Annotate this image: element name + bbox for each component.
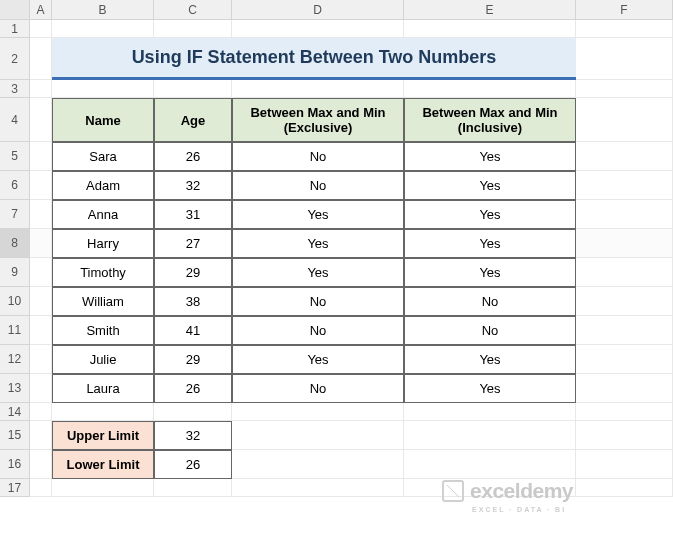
cell-d14[interactable] <box>232 403 404 421</box>
cell-e1[interactable] <box>404 20 576 38</box>
row-header-9[interactable]: 9 <box>0 258 30 287</box>
select-all-corner[interactable] <box>0 0 30 19</box>
cell-a2[interactable] <box>30 38 52 80</box>
cell-inclusive[interactable]: Yes <box>404 374 576 403</box>
cell-age[interactable]: 38 <box>154 287 232 316</box>
table-header-exclusive[interactable]: Between Max and Min (Exclusive) <box>232 98 404 142</box>
cell-f8[interactable] <box>576 229 673 258</box>
cell-a16[interactable] <box>30 450 52 479</box>
cell-b3[interactable] <box>52 80 154 98</box>
upper-limit-label[interactable]: Upper Limit <box>52 421 154 450</box>
cell-f12[interactable] <box>576 345 673 374</box>
cell-age[interactable]: 32 <box>154 171 232 200</box>
cell-a9[interactable] <box>30 258 52 287</box>
cell-inclusive[interactable]: Yes <box>404 229 576 258</box>
cell-name[interactable]: Sara <box>52 142 154 171</box>
table-header-age[interactable]: Age <box>154 98 232 142</box>
cell-inclusive[interactable]: Yes <box>404 171 576 200</box>
cell-f4[interactable] <box>576 98 673 142</box>
cell-name[interactable]: Anna <box>52 200 154 229</box>
cell-e16[interactable] <box>404 450 576 479</box>
col-header-d[interactable]: D <box>232 0 404 19</box>
cell-name[interactable]: Smith <box>52 316 154 345</box>
cell-b17[interactable] <box>52 479 154 497</box>
table-header-name[interactable]: Name <box>52 98 154 142</box>
cell-name[interactable]: William <box>52 287 154 316</box>
cell-a10[interactable] <box>30 287 52 316</box>
cell-inclusive[interactable]: No <box>404 316 576 345</box>
cell-e15[interactable] <box>404 421 576 450</box>
lower-limit-label[interactable]: Lower Limit <box>52 450 154 479</box>
cell-f11[interactable] <box>576 316 673 345</box>
cell-f13[interactable] <box>576 374 673 403</box>
row-header-4[interactable]: 4 <box>0 98 30 142</box>
cell-a5[interactable] <box>30 142 52 171</box>
cell-a12[interactable] <box>30 345 52 374</box>
cell-age[interactable]: 41 <box>154 316 232 345</box>
cell-a14[interactable] <box>30 403 52 421</box>
cell-d17[interactable] <box>232 479 404 497</box>
cell-a15[interactable] <box>30 421 52 450</box>
cell-c17[interactable] <box>154 479 232 497</box>
cell-name[interactable]: Laura <box>52 374 154 403</box>
cell-f3[interactable] <box>576 80 673 98</box>
cell-inclusive[interactable]: Yes <box>404 345 576 374</box>
cell-f7[interactable] <box>576 200 673 229</box>
cell-b14[interactable] <box>52 403 154 421</box>
cell-f5[interactable] <box>576 142 673 171</box>
cell-inclusive[interactable]: No <box>404 287 576 316</box>
cell-d15[interactable] <box>232 421 404 450</box>
cell-e14[interactable] <box>404 403 576 421</box>
cell-c1[interactable] <box>154 20 232 38</box>
col-header-f[interactable]: F <box>576 0 673 19</box>
cell-f14[interactable] <box>576 403 673 421</box>
cell-c3[interactable] <box>154 80 232 98</box>
cell-c14[interactable] <box>154 403 232 421</box>
cell-f15[interactable] <box>576 421 673 450</box>
cell-age[interactable]: 26 <box>154 374 232 403</box>
cell-d3[interactable] <box>232 80 404 98</box>
row-header-6[interactable]: 6 <box>0 171 30 200</box>
col-header-c[interactable]: C <box>154 0 232 19</box>
cell-a3[interactable] <box>30 80 52 98</box>
cell-exclusive[interactable]: No <box>232 287 404 316</box>
col-header-a[interactable]: A <box>30 0 52 19</box>
cell-exclusive[interactable]: No <box>232 171 404 200</box>
cell-f2[interactable] <box>576 38 673 80</box>
cell-f6[interactable] <box>576 171 673 200</box>
cell-inclusive[interactable]: Yes <box>404 142 576 171</box>
cell-exclusive[interactable]: Yes <box>232 229 404 258</box>
row-header-11[interactable]: 11 <box>0 316 30 345</box>
cell-age[interactable]: 29 <box>154 345 232 374</box>
row-header-14[interactable]: 14 <box>0 403 30 421</box>
row-header-5[interactable]: 5 <box>0 142 30 171</box>
cell-name[interactable]: Timothy <box>52 258 154 287</box>
row-header-15[interactable]: 15 <box>0 421 30 450</box>
cell-a13[interactable] <box>30 374 52 403</box>
cell-inclusive[interactable]: Yes <box>404 200 576 229</box>
lower-limit-value[interactable]: 26 <box>154 450 232 479</box>
cell-exclusive[interactable]: Yes <box>232 345 404 374</box>
cell-exclusive[interactable]: Yes <box>232 200 404 229</box>
cell-age[interactable]: 26 <box>154 142 232 171</box>
cell-a4[interactable] <box>30 98 52 142</box>
row-header-2[interactable]: 2 <box>0 38 30 80</box>
row-header-16[interactable]: 16 <box>0 450 30 479</box>
cell-a6[interactable] <box>30 171 52 200</box>
cell-age[interactable]: 29 <box>154 258 232 287</box>
cell-f17[interactable] <box>576 479 673 497</box>
col-header-b[interactable]: B <box>52 0 154 19</box>
cell-age[interactable]: 27 <box>154 229 232 258</box>
row-header-10[interactable]: 10 <box>0 287 30 316</box>
cell-a11[interactable] <box>30 316 52 345</box>
cell-d1[interactable] <box>232 20 404 38</box>
cell-exclusive[interactable]: No <box>232 374 404 403</box>
cell-d16[interactable] <box>232 450 404 479</box>
row-header-7[interactable]: 7 <box>0 200 30 229</box>
row-header-1[interactable]: 1 <box>0 20 30 38</box>
cell-f1[interactable] <box>576 20 673 38</box>
cell-a1[interactable] <box>30 20 52 38</box>
cell-f16[interactable] <box>576 450 673 479</box>
cell-f10[interactable] <box>576 287 673 316</box>
upper-limit-value[interactable]: 32 <box>154 421 232 450</box>
